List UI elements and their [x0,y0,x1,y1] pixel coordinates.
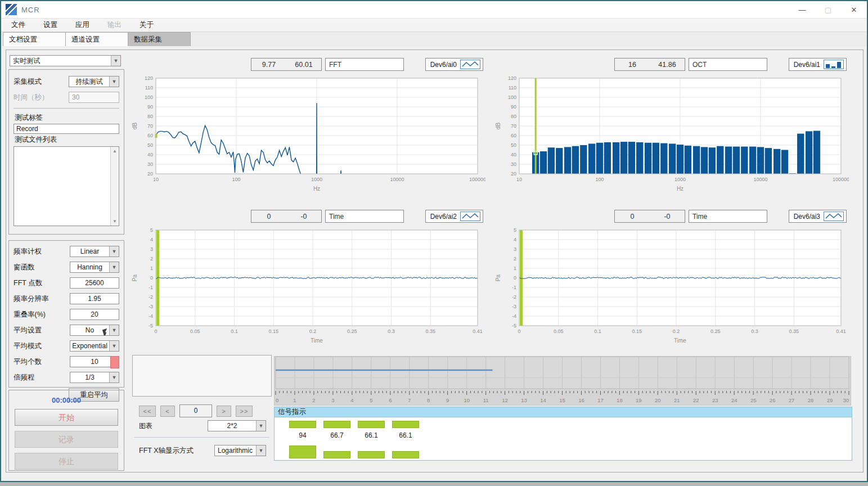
svg-text:0.05: 0.05 [190,328,200,334]
freq-weighting-select[interactable]: Linear▼ [70,246,119,257]
svg-text:Hz: Hz [677,186,683,192]
menu-item-settings[interactable]: 设置 [37,19,64,31]
menu-item-about[interactable]: 关于 [133,19,160,31]
page-last-button[interactable]: >> [236,406,253,417]
maximize-button[interactable]: ▢ [815,1,841,18]
chart-type-select-oct[interactable]: OCT [689,58,767,71]
fft-points-input[interactable]: 25600 [70,277,119,289]
channel-selector-time-ai3[interactable]: Dev6/ai3 [789,210,847,223]
page-next-button[interactable]: > [217,406,231,417]
chart-panel-fft: 9.7760.01FFTDev6/ai020304050607080901001… [130,51,488,196]
svg-text:Pa: Pa [132,274,138,281]
chevron-down-icon: ▼ [109,246,119,256]
svg-text:70: 70 [147,123,153,129]
svg-text:-2: -2 [149,294,153,300]
close-button[interactable]: ✕ [841,1,867,18]
average-mode-select[interactable]: Exponential▼ [70,340,119,352]
scroll-up-icon[interactable]: ▲ [113,147,117,155]
bottom-right-panel: 0123456789101112131415161718192021222324… [274,355,852,466]
svg-text:30: 30 [511,161,516,167]
svg-text:1: 1 [514,266,516,271]
menu-item-file[interactable]: 文件 [5,19,32,31]
app-window: MCR — ▢ ✕ 文件设置应用输出关于 文档设置通道设置数据采集 实时测试 ▼… [0,0,868,482]
average-count-alert-flag [110,356,119,368]
scroll-down-icon[interactable]: ▼ [113,217,117,226]
signal-level-bar [392,421,419,428]
fft-plot-area[interactable]: 2030405060708090100110120101001000100001… [130,75,485,194]
time-ai3-plot-area[interactable]: -5-4-3-2-101234500.050.10.150.20.250.30.… [493,227,849,346]
svg-text:70: 70 [511,123,516,129]
viewer-panel: << < 0 > >> 图表 2*2 ▼ FFT X轴显示方式 Logarith… [132,355,272,465]
oct-plot-area[interactable]: 2030405060708090100110120101001000100001… [493,75,849,194]
chart-panel-time-ai2: 0-0TimeDev6/ai2-5-4-3-2-101234500.050.10… [130,203,488,348]
chart-header-oct: 1641.86OCTDev6/ai1 [493,58,851,71]
svg-text:0.25: 0.25 [710,328,721,334]
tab-channel-settings[interactable]: 通道设置 [65,32,128,46]
file-list-scrollbar[interactable]: ▲ ▼ [110,147,119,226]
signal-indicator-box: 信号指示 9466.766.166.1 [274,407,852,461]
svg-text:90: 90 [511,104,516,110]
svg-text:1: 1 [150,266,153,271]
channel-selector-oct[interactable]: Dev6/ai1 [789,58,847,71]
start-button[interactable]: 开始 [15,409,118,426]
window-function-value: Hanning [70,263,109,271]
chart-header-time-ai3: 0-0TimeDev6/ai3 [493,210,851,223]
tab-doc-settings[interactable]: 文档设置 [3,32,66,46]
svg-text:-3: -3 [149,304,153,309]
freq-resolution-input[interactable]: 1.95 [70,293,119,304]
page-number-input[interactable]: 0 [179,404,212,417]
time-seconds-input: 30 [69,92,119,103]
acq-mode-select[interactable]: 持续测试▼ [69,76,119,87]
channel-selector-time-ai2[interactable]: Dev6/ai2 [425,210,483,223]
svg-text:50: 50 [147,142,153,148]
svg-text:15: 15 [559,397,565,403]
chevron-down-icon: ▼ [256,421,266,431]
cursor-x-value: 9.77 [251,61,286,69]
cursor-y-value: 60.01 [286,61,321,69]
page-first-button[interactable]: << [139,406,156,417]
signal-channel-1: 94 [289,421,316,458]
window-function-select[interactable]: Hanning▼ [70,262,119,273]
svg-text:20: 20 [511,171,516,177]
run-control-group: 00:00:00 开始记录停止 [8,390,124,471]
svg-text:80: 80 [147,114,153,119]
channel-selector-fft[interactable]: Dev6/ai0 [425,58,483,71]
octave-select[interactable]: 1/3▼ [70,372,119,383]
fft-xaxis-mode-select[interactable]: Logarithmic ▼ [214,445,266,456]
svg-text:100: 100 [508,94,516,100]
title-bar: MCR — ▢ ✕ [1,1,867,18]
menu-item-application[interactable]: 应用 [69,19,96,31]
svg-text:0.15: 0.15 [632,328,642,334]
chart-type-select-time-ai2[interactable]: Time [325,210,404,223]
tab-data-acquisition[interactable]: 数据采集 [128,32,191,46]
svg-text:120: 120 [145,75,153,81]
svg-text:5: 5 [514,227,516,233]
signal-level-value: 66.1 [365,431,377,439]
acquisition-group: 采集模式持续测试▼时间（秒）30 测试标签 Record 测试文件列表 ▲ ▼ [8,69,124,235]
test-mode-select[interactable]: 实时测试 ▼ [10,55,121,66]
svg-text:26: 26 [770,397,776,403]
freq-weighting-value: Linear [70,248,109,255]
chart-layout-select[interactable]: 2*2 ▼ [208,420,266,431]
record-timeline[interactable]: 0123456789101112131415161718192021222324… [274,356,851,407]
svg-text:1: 1 [293,397,296,403]
test-file-list[interactable]: ▲ ▼ [14,146,119,226]
average-setting-label: 平均设置 [14,326,70,335]
test-label-input[interactable]: Record [14,124,119,134]
average-setting-select[interactable]: No▼ [70,325,119,336]
time-ai2-plot-area[interactable]: -5-4-3-2-101234500.050.10.150.20.250.30.… [130,227,485,346]
line-chart-icon [461,212,479,220]
page-prev-button[interactable]: < [160,406,175,417]
svg-text:100000: 100000 [469,177,485,182]
svg-text:0.2: 0.2 [673,328,680,334]
svg-text:0.2: 0.2 [309,328,317,334]
signal-meter-bar [358,451,385,458]
chart-type-select-time-ai3[interactable]: Time [689,210,767,223]
cursor-y-value: -0 [650,213,685,220]
minimize-button[interactable]: — [789,1,815,18]
signal-channel-4: 66.1 [392,421,419,458]
svg-text:-4: -4 [512,313,516,319]
bar-chart-icon [825,60,843,69]
chart-type-select-fft[interactable]: FFT [325,58,404,71]
overlap-percent-input[interactable]: 20 [70,309,119,320]
